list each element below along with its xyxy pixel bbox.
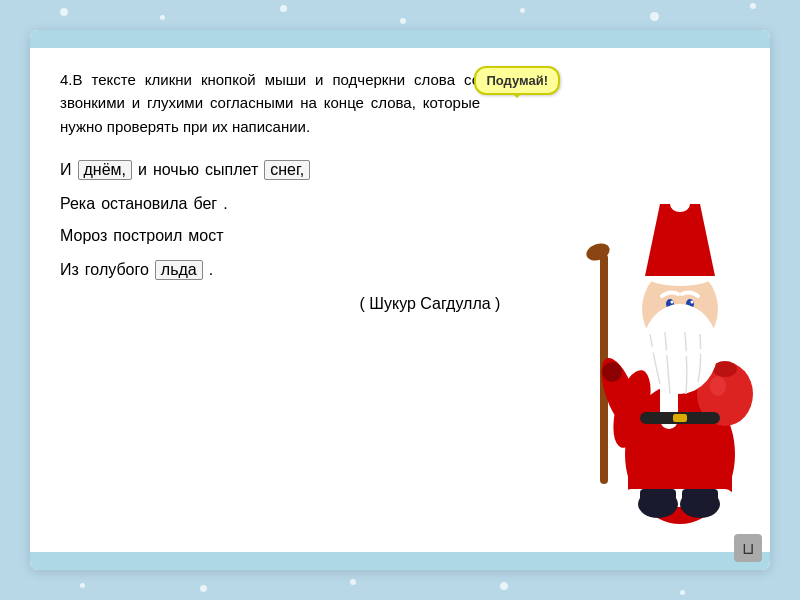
- word-syplet[interactable]: сыплет: [205, 162, 258, 178]
- word-i[interactable]: И: [60, 162, 72, 178]
- word-dot1: .: [223, 196, 227, 212]
- word-reka[interactable]: Река: [60, 196, 95, 212]
- word-dot2: .: [209, 262, 213, 278]
- ded-moroz-image: [570, 154, 755, 534]
- svg-rect-26: [640, 489, 676, 509]
- word-postroil[interactable]: построил: [113, 228, 182, 244]
- svg-point-9: [710, 376, 726, 396]
- ded-moroz-svg: [570, 154, 755, 534]
- card-content: 4.В тексте кликни кнопкой мыши и подчерк…: [30, 48, 770, 552]
- svg-marker-13: [645, 204, 715, 276]
- svg-rect-27: [682, 489, 718, 509]
- word-dnem[interactable]: днём,: [78, 160, 133, 180]
- think-bubble[interactable]: Подумай!: [474, 66, 560, 95]
- word-golubogo[interactable]: голубого: [85, 262, 149, 278]
- word-sneg[interactable]: снег,: [264, 160, 310, 180]
- svg-point-14: [670, 196, 690, 212]
- svg-point-18: [691, 301, 694, 304]
- word-beg[interactable]: бег: [193, 196, 217, 212]
- word-lda[interactable]: льда: [155, 260, 203, 280]
- svg-point-8: [713, 361, 737, 377]
- word-most[interactable]: мост: [188, 228, 223, 244]
- word-i2[interactable]: и: [138, 162, 147, 178]
- instruction-text: 4.В тексте кликни кнопкой мыши и подчерк…: [60, 68, 480, 138]
- main-card: 4.В тексте кликни кнопкой мыши и подчерк…: [30, 30, 770, 570]
- svg-point-28: [602, 362, 622, 382]
- bottom-band: [30, 552, 770, 570]
- word-nochyu[interactable]: ночью: [153, 162, 199, 178]
- word-iz[interactable]: Из: [60, 262, 79, 278]
- word-moroz[interactable]: Мороз: [60, 228, 107, 244]
- corner-icon[interactable]: ⊔: [734, 534, 762, 562]
- top-band: [30, 30, 770, 48]
- svg-point-17: [671, 301, 674, 304]
- word-ostanovila[interactable]: остановила: [101, 196, 187, 212]
- svg-rect-23: [673, 414, 687, 422]
